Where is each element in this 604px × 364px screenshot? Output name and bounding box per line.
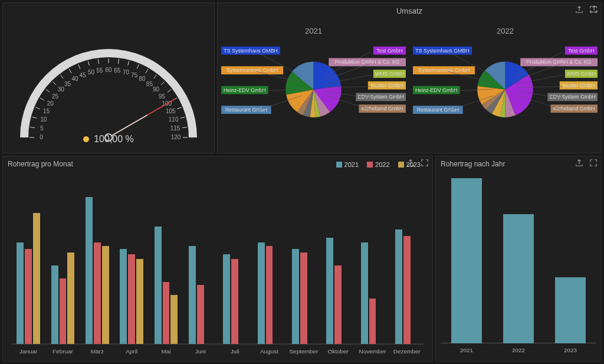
bar-2023-April[interactable] xyxy=(136,259,143,344)
export-icon[interactable] xyxy=(575,159,583,167)
svg-line-42 xyxy=(177,107,181,109)
pie-label-text: Systemvertrieb GmbH xyxy=(418,67,470,73)
pie-label-text: Restaurant GmbH xyxy=(417,107,459,113)
bar-2021-August[interactable] xyxy=(258,242,265,344)
bar-2021-Oktober[interactable] xyxy=(326,238,333,344)
bar-2021-September[interactable] xyxy=(292,249,299,344)
legend-label: 2023 xyxy=(406,161,421,168)
pie-label-text: Muster GmbH xyxy=(562,83,595,88)
pie-chart-2022: TS Systemhaus GMBHSystemvertrieb GmbHHei… xyxy=(409,40,601,150)
svg-text:90: 90 xyxy=(153,86,160,93)
svg-text:60: 60 xyxy=(105,67,112,73)
legend-item-2023[interactable]: 2023 xyxy=(398,161,421,168)
bar-2022-Juni[interactable] xyxy=(197,285,204,344)
bar-2023-März[interactable] xyxy=(102,246,109,344)
svg-text:95: 95 xyxy=(159,93,166,100)
pie-label-text: Klebeband GmbH xyxy=(553,106,595,112)
svg-line-30 xyxy=(137,64,139,68)
svg-line-38 xyxy=(168,89,171,92)
bar-2021-Januar[interactable] xyxy=(17,242,24,344)
legend-label: 2022 xyxy=(375,161,389,168)
svg-text:5: 5 xyxy=(40,125,44,132)
x-tick-label: Januar xyxy=(19,348,38,355)
pie-label-text: TS Systemhaus GMBH xyxy=(224,48,277,54)
bar-2022-März[interactable] xyxy=(94,242,101,344)
legend-item-2022[interactable]: 2022 xyxy=(367,161,389,168)
bar-2022-Oktober[interactable] xyxy=(334,265,342,344)
svg-text:35: 35 xyxy=(64,81,71,87)
svg-text:55: 55 xyxy=(97,67,104,74)
pie-label-text: WMS GmbH xyxy=(375,71,405,77)
x-tick-label: Juli xyxy=(231,348,239,355)
bar-2021-Mai[interactable] xyxy=(155,227,162,345)
x-tick-label: 2022 xyxy=(512,347,525,353)
pie-label-text: Produktion GmbH & Co. KG xyxy=(527,59,592,65)
gauge-value-row: 100,00 % xyxy=(83,134,134,145)
bar-year-2022[interactable] xyxy=(503,214,533,343)
svg-line-22 xyxy=(99,59,99,64)
x-tick-label: Mai xyxy=(161,348,170,355)
yearly-chart-area: 202120222023 xyxy=(441,174,596,358)
gauge-panel: 0510152025303540455055606570758085909510… xyxy=(2,2,215,153)
svg-line-32 xyxy=(146,69,148,73)
pie-label-text: Test GmbH xyxy=(568,48,594,54)
svg-line-8 xyxy=(40,98,44,100)
svg-line-44 xyxy=(180,117,185,118)
bar-2022-Mai[interactable] xyxy=(163,282,170,344)
svg-text:25: 25 xyxy=(52,93,59,100)
monthly-bar-chart: JanuarFebruarMärzAprilMaiJuniJuliAugustS… xyxy=(8,174,428,358)
svg-line-18 xyxy=(78,64,80,68)
legend-item-2021[interactable]: 2021 xyxy=(336,161,359,168)
bar-year-2021[interactable] xyxy=(451,178,481,343)
bar-2021-Juli[interactable] xyxy=(223,254,230,344)
svg-line-2 xyxy=(30,127,35,128)
gauge-dot-icon xyxy=(83,136,89,142)
bar-2021-Juni[interactable] xyxy=(189,246,196,344)
svg-line-36 xyxy=(161,81,165,85)
bar-2021-April[interactable] xyxy=(120,249,127,344)
svg-text:105: 105 xyxy=(166,108,176,114)
svg-text:110: 110 xyxy=(169,116,179,123)
svg-text:75: 75 xyxy=(131,72,138,78)
x-tick-label: November xyxy=(359,348,387,355)
bar-2021-Dezember[interactable] xyxy=(395,229,402,344)
gauge-chart: 0510152025303540455055606570758085909510… xyxy=(3,3,214,153)
export-icon[interactable] xyxy=(575,5,583,14)
pies-panel: Umsatz 2021TS Systemhaus GMBHSystemvertr… xyxy=(217,2,602,153)
yearly-toolbar xyxy=(575,159,598,167)
bar-2022-Juli[interactable] xyxy=(231,259,238,344)
bar-2023-Mai[interactable] xyxy=(170,295,178,344)
monthly-chart-area: JanuarFebruarMärzAprilMaiJuniJuliAugustS… xyxy=(8,174,428,358)
bar-2021-November[interactable] xyxy=(361,242,368,344)
bar-2021-Februar[interactable] xyxy=(51,265,58,344)
bar-2022-September[interactable] xyxy=(300,252,307,344)
bar-year-2023[interactable] xyxy=(555,277,585,343)
svg-text:70: 70 xyxy=(123,69,130,76)
expand-icon[interactable] xyxy=(421,159,429,167)
svg-text:30: 30 xyxy=(58,86,65,93)
bar-2022-Februar[interactable] xyxy=(60,278,67,344)
x-tick-label: Dezember xyxy=(393,348,421,355)
expand-icon[interactable] xyxy=(589,159,598,167)
row-top: 0510152025303540455055606570758085909510… xyxy=(2,2,602,153)
x-tick-label: August xyxy=(260,348,278,355)
svg-text:65: 65 xyxy=(114,67,121,74)
bar-2023-Februar[interactable] xyxy=(67,252,74,344)
bar-2021-März[interactable] xyxy=(86,197,93,344)
svg-text:80: 80 xyxy=(139,76,146,82)
pie-year-label: 2022 xyxy=(497,27,514,35)
global-export-icon[interactable] xyxy=(590,5,598,13)
pie-label-text: Produktion GmbH & Co. KG xyxy=(335,59,400,65)
svg-text:15: 15 xyxy=(43,108,50,114)
bar-2023-Januar[interactable] xyxy=(33,213,40,344)
monthly-legend: 202120222023 xyxy=(336,161,421,168)
legend-swatch xyxy=(398,162,404,168)
bar-2022-Dezember[interactable] xyxy=(403,236,411,344)
bar-2022-Januar[interactable] xyxy=(25,249,32,344)
pie-label-text: EDV-System GmbH xyxy=(550,94,596,100)
bar-2022-November[interactable] xyxy=(369,299,376,345)
yearly-title: Rohertrag nach Jahr xyxy=(441,160,505,168)
bar-2022-August[interactable] xyxy=(266,246,273,344)
pies-area: 2021TS Systemhaus GMBHSystemvertrieb Gmb… xyxy=(218,18,601,150)
bar-2022-April[interactable] xyxy=(128,254,135,344)
